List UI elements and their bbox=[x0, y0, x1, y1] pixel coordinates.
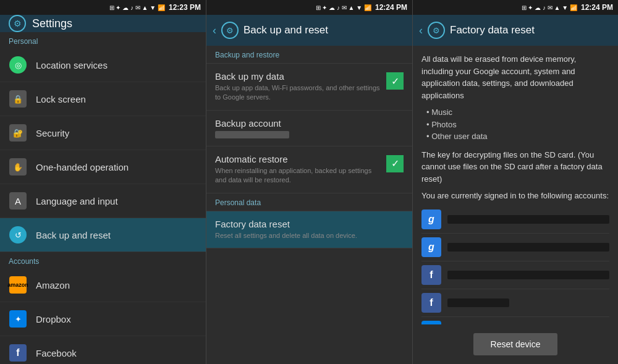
bullet-music: Music bbox=[426, 106, 609, 119]
factory-gear-icon: ⚙ bbox=[428, 22, 445, 39]
sidebar-item-language[interactable]: A Language and input bbox=[0, 184, 206, 218]
google-icon-2: g bbox=[421, 237, 441, 257]
facebook-icon-2: f bbox=[421, 293, 441, 313]
backup-my-data-check: ✓ bbox=[386, 72, 404, 90]
account-email-google-1 bbox=[447, 215, 609, 224]
backup-panel: ⊞ ✦ ☁ ♪ ✉ ▲ ▼ 📶 12:24 PM ‹ ⚙ Back up and… bbox=[206, 0, 413, 364]
factory-reset-text: Factory data reset Reset all settings an… bbox=[215, 219, 404, 240]
auto-restore-item[interactable]: Automatic restore When reinstalling an a… bbox=[206, 146, 412, 193]
status-icons-middle: ⊞ ✦ ☁ ♪ ✉ ▲ ▼ 📶 bbox=[316, 4, 371, 11]
sidebar-item-location[interactable]: ◎ Location services bbox=[0, 48, 206, 82]
backup-account-item[interactable]: Backup account bbox=[206, 111, 412, 146]
factory-reset-content-wrapper: All data will be erased from device memo… bbox=[413, 46, 618, 364]
backup-label: Back up and reset bbox=[36, 230, 111, 240]
personal-data-label: Personal data bbox=[206, 193, 412, 211]
account-facebook-2: f bbox=[421, 289, 609, 317]
amazon-label: Amazon bbox=[36, 280, 70, 290]
account-google-1: g bbox=[421, 206, 609, 234]
personal-section-label: Personal bbox=[0, 32, 206, 48]
onehanded-label: One-handed operation bbox=[36, 162, 129, 172]
sd-card-text: The key for decrypting files on the SD c… bbox=[421, 149, 609, 185]
sidebar-item-onehanded[interactable]: ✋ One-handed operation bbox=[0, 150, 206, 184]
status-bar-left: ⊞ ✦ ☁ ♪ ✉ ▲ ▼ 📶 12:23 PM bbox=[0, 0, 206, 15]
settings-header: ⚙ Settings bbox=[0, 15, 206, 32]
factory-reset-header: ‹ ⚙ Factory data reset bbox=[413, 15, 618, 46]
security-icon: 🔐 bbox=[9, 124, 27, 142]
auto-restore-title: Automatic restore bbox=[215, 154, 380, 164]
account-email-facebook-1 bbox=[447, 271, 609, 279]
lockscreen-label: Lock screen bbox=[36, 94, 86, 104]
facebook-icon: f bbox=[9, 344, 27, 362]
status-bar-middle: ⊞ ✦ ☁ ♪ ✉ ▲ ▼ 📶 12:24 PM bbox=[206, 0, 412, 15]
backup-my-data-desc: Back up app data, Wi-Fi passwords, and o… bbox=[215, 83, 380, 103]
auto-restore-desc: When reinstalling an application, backed… bbox=[215, 166, 380, 185]
factory-reset-title-header: Factory data reset bbox=[450, 24, 535, 36]
factory-reset-description: All data will be erased from device memo… bbox=[421, 53, 609, 101]
factory-reset-desc: Reset all settings and delete all data o… bbox=[215, 231, 404, 240]
settings-title: Settings bbox=[32, 17, 72, 30]
backup-account-value bbox=[215, 131, 404, 138]
factory-reset-item[interactable]: Factory data reset Reset all settings an… bbox=[206, 211, 412, 248]
status-icons-left: ⊞ ✦ ☁ ♪ ✉ ▲ ▼ 📶 bbox=[109, 4, 165, 11]
time-right: 12:24 PM bbox=[581, 3, 613, 12]
time-middle: 12:24 PM bbox=[375, 3, 407, 12]
location-label: Location services bbox=[36, 60, 108, 70]
backup-my-data-title: Back up my data bbox=[215, 71, 380, 82]
account-email-google-2 bbox=[447, 243, 609, 252]
bullet-photos: Photos bbox=[426, 119, 609, 131]
backup-account-title: Backup account bbox=[215, 118, 404, 129]
factory-reset-panel: ⊞ ✦ ☁ ♪ ✉ ▲ ▼ 📶 12:24 PM ‹ ⚙ Factory dat… bbox=[413, 0, 618, 364]
sidebar-item-backup[interactable]: ↺ Back up and reset bbox=[0, 218, 206, 252]
facebook-icon-1: f bbox=[421, 265, 441, 285]
dropbox-label: Dropbox bbox=[36, 314, 71, 324]
backup-restore-label: Backup and restore bbox=[206, 46, 412, 64]
account-facebook-1: f bbox=[421, 261, 609, 289]
language-label: Language and input bbox=[36, 196, 118, 206]
dropbox-icon: ✦ bbox=[9, 310, 27, 328]
security-label: Security bbox=[36, 128, 69, 138]
auto-restore-check: ✓ bbox=[386, 155, 404, 172]
bullet-other: Other user data bbox=[426, 130, 609, 143]
backup-gear-icon: ⚙ bbox=[221, 22, 239, 39]
back-arrow-middle[interactable]: ‹ bbox=[213, 24, 216, 37]
status-icons-right: ⊞ ✦ ☁ ♪ ✉ ▲ ▼ 📶 bbox=[522, 4, 577, 11]
backup-header-title: Back up and reset bbox=[243, 24, 328, 36]
time-left: 12:23 PM bbox=[169, 3, 201, 12]
location-icon: ◎ bbox=[9, 56, 27, 74]
language-icon: A bbox=[9, 192, 27, 210]
account-email-facebook-2 bbox=[447, 298, 509, 307]
reset-button-container: Reset device bbox=[413, 324, 618, 364]
backup-icon: ↺ bbox=[9, 226, 27, 244]
backup-header: ‹ ⚙ Back up and reset bbox=[206, 15, 412, 46]
sidebar-item-lockscreen[interactable]: 🔒 Lock screen bbox=[0, 82, 206, 116]
factory-reset-title: Factory data reset bbox=[215, 219, 404, 229]
lockscreen-icon: 🔒 bbox=[9, 90, 27, 108]
back-arrow-right[interactable]: ‹ bbox=[419, 24, 423, 37]
settings-gear-icon: ⚙ bbox=[9, 15, 26, 32]
auto-restore-text: Automatic restore When reinstalling an a… bbox=[215, 154, 380, 185]
factory-reset-bullet-list: Music Photos Other user data bbox=[426, 106, 609, 143]
status-bar-right: ⊞ ✦ ☁ ♪ ✉ ▲ ▼ 📶 12:24 PM bbox=[413, 0, 618, 15]
sidebar-item-dropbox[interactable]: ✦ Dropbox bbox=[0, 302, 206, 336]
settings-panel: ⊞ ✦ ☁ ♪ ✉ ▲ ▼ 📶 12:23 PM ⚙ Settings Pers… bbox=[0, 0, 206, 364]
accounts-section-label: Accounts bbox=[0, 252, 206, 268]
facebook-label: Facebook bbox=[36, 348, 77, 358]
signed-in-text: You are currently signed in to the follo… bbox=[421, 190, 609, 202]
google-icon-1: g bbox=[421, 210, 441, 229]
sidebar-item-facebook[interactable]: f Facebook bbox=[0, 336, 206, 364]
backup-my-data-item[interactable]: Back up my data Back up app data, Wi-Fi … bbox=[206, 64, 412, 111]
reset-device-button[interactable]: Reset device bbox=[473, 333, 558, 355]
onehanded-icon: ✋ bbox=[9, 158, 27, 176]
sidebar-item-amazon[interactable]: amazon Amazon bbox=[0, 268, 206, 302]
amazon-icon: amazon bbox=[9, 276, 27, 294]
sidebar-item-security[interactable]: 🔐 Security bbox=[0, 116, 206, 150]
account-google-2: g bbox=[421, 234, 609, 261]
factory-reset-content: All data will be erased from device memo… bbox=[413, 46, 618, 324]
backup-account-text: Backup account bbox=[215, 118, 404, 138]
backup-my-data-text: Back up my data Back up app data, Wi-Fi … bbox=[215, 71, 380, 103]
account-dropbox-1: ✦ bbox=[421, 317, 609, 325]
